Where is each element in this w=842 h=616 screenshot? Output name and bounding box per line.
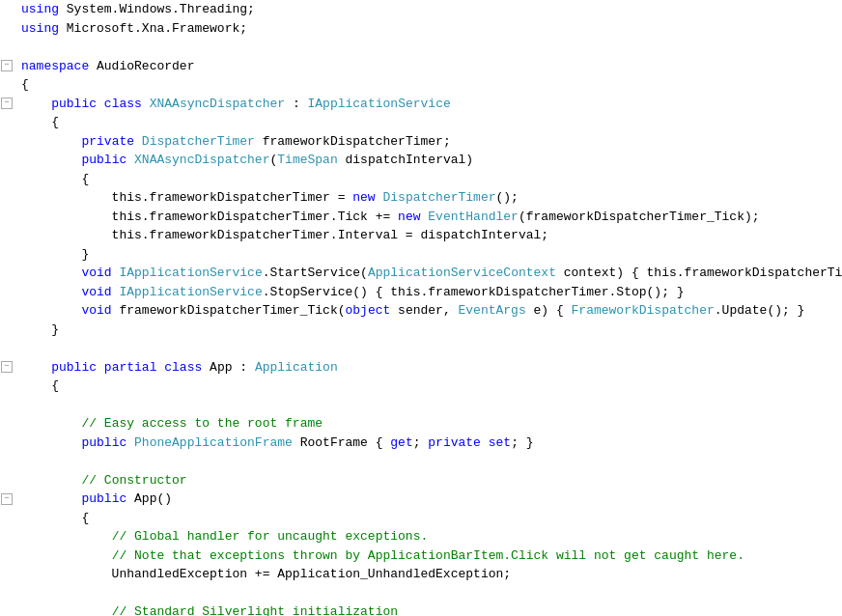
kw-token: void [81,301,111,321]
plain-token [126,434,134,453]
kw-token: public [81,490,126,509]
gutter-line [0,226,14,245]
plain-token: ( [269,151,277,170]
plain-token [21,490,81,509]
code-container: using System.Windows.Threading;using Mic… [0,0,842,616]
code-line [21,584,842,603]
plain-token [112,264,120,283]
collapse-icon[interactable] [0,360,14,375]
plain-token [97,95,104,114]
gutter-line [0,151,14,170]
plain-token: Microsoft.Xna.Framework; [59,19,247,39]
plain-token: frameworkDispatcherTimer_Tick( [112,301,346,321]
gutter-line [0,19,14,39]
code-line: } [21,245,842,265]
plain-token [481,434,489,453]
plain-token: context) { this.frameworkDispatcherTimer… [556,264,842,283]
plain-token [21,358,51,378]
plain-token: { [21,170,89,189]
plain-token: RootFrame { [293,434,390,453]
plain-token: AudioRecorder [89,57,194,76]
comment-token: // Easy access to the root frame [81,414,323,434]
code-line: public partial class App : Application [21,358,842,378]
code-line: using Microsoft.Xna.Framework; [21,19,842,39]
plain-token: { [21,509,89,528]
code-line [21,452,842,471]
gutter-line [0,434,14,453]
kw-token: class [164,358,202,378]
plain-token [21,301,81,321]
code-line: using System.Windows.Threading; [21,0,842,19]
code-line: // Global handler for uncaught exception… [21,527,842,546]
kw-token: public [51,358,97,378]
type-token: XNAAsyncDispatcher [134,151,269,170]
plain-token [21,414,81,434]
collapse-icon[interactable] [0,97,14,111]
plain-token [112,283,120,302]
type-token: DispatcherTimer [382,188,495,208]
plain-token: : [285,95,307,114]
gutter [0,0,17,616]
kw-token: using [21,0,59,19]
iface-token: Application [255,358,338,378]
kw-token: public [51,95,97,114]
plain-token: e) { [526,301,572,321]
plain-token: App() [126,490,172,509]
plain-token: sender, [390,301,458,321]
plain-token [21,434,81,453]
code-line: UnhandledException += Application_Unhand… [21,565,842,584]
collapse-icon[interactable] [0,59,14,73]
collapse-icon[interactable] [0,491,14,506]
code-line: // Note that exceptions thrown by Applic… [21,546,842,566]
plain-token: .StartService( [263,264,368,283]
plain-token [134,132,142,152]
plain-token [21,527,112,546]
iface-token: IApplicationService [119,283,262,302]
gutter-line [0,509,14,528]
kw-token: set [489,434,511,453]
plain-token: { [21,75,29,95]
code-line [21,396,842,415]
comment-token: // Global handler for uncaught exception… [112,527,429,546]
gutter-line [0,95,14,114]
plain-token [21,602,112,616]
gutter-line [0,113,14,132]
gutter-line [0,301,14,321]
plain-token: UnhandledException += Application_Unhand… [21,565,511,584]
gutter-line [0,75,14,95]
code-line: namespace AudioRecorder [21,57,842,76]
gutter-line [0,0,14,19]
gutter-line [0,602,14,616]
code-line: { [21,377,842,396]
code-line [21,38,842,57]
gutter-line [0,170,14,189]
plain-token: frameworkDispatcherTimer; [255,132,451,152]
plain-token [376,188,383,208]
plain-token: this.frameworkDispatcherTimer.Interval =… [21,226,548,245]
code-line [21,339,842,358]
plain-token: ; } [511,434,533,453]
plain-token: { [21,377,59,396]
kw-token: void [81,283,111,302]
iface-token: IApplicationService [308,95,451,114]
gutter-line [0,57,14,76]
plain-token [21,546,112,566]
kw-token: new [398,208,420,227]
code-line: { [21,170,842,189]
type-token: EventHandler [428,208,519,227]
kw-token: public [81,151,126,170]
code-line: { [21,113,842,132]
type-token: EventArgs [459,301,526,321]
code-line: void frameworkDispatcherTimer_Tick(objec… [21,301,842,321]
code-line: this.frameworkDispatcherTimer.Interval =… [21,226,842,245]
comment-token: // Constructor [81,471,186,490]
kw-token: object [345,301,390,321]
type-token: PhoneApplicationFrame [134,434,293,453]
plain-token: } [21,245,89,265]
code-area[interactable]: using System.Windows.Threading;using Mic… [17,0,842,616]
code-line: public class XNAAsyncDispatcher : IAppli… [21,95,842,114]
kw-token: private [428,434,481,453]
kw-token: namespace [21,57,89,76]
code-line: void IApplicationService.StopService() {… [21,283,842,302]
kw-token: using [21,19,59,39]
